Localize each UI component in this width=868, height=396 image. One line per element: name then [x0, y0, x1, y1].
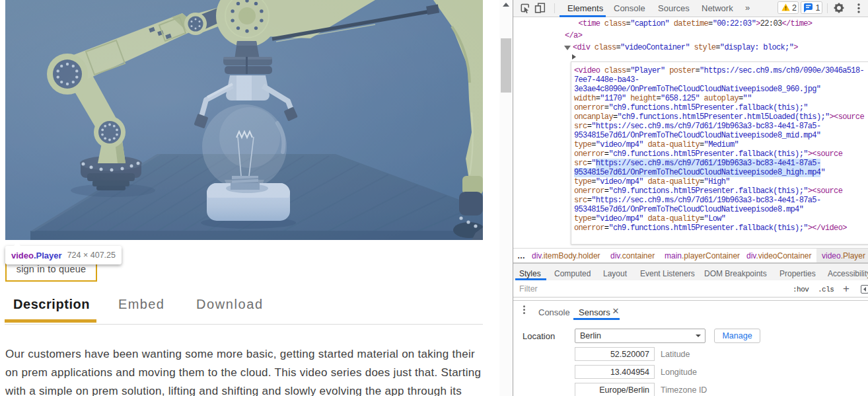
- svg-text:1: 1: [816, 3, 820, 13]
- svg-text:2: 2: [792, 3, 797, 13]
